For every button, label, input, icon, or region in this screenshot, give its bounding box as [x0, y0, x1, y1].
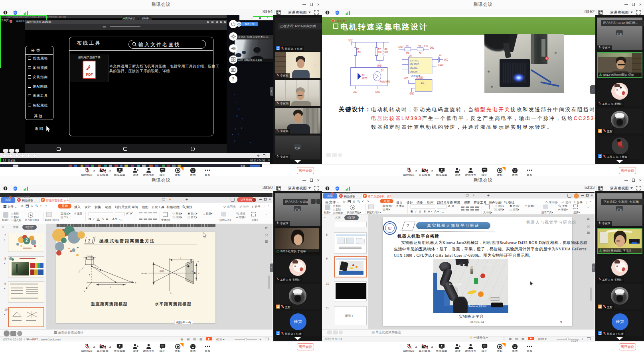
svg-text:R6: R6 — [357, 48, 359, 51]
svg-text:X: X — [170, 292, 172, 295]
svg-text:R7: R7 — [378, 48, 381, 51]
svg-text:1OUT VCC: 1OUT VCC — [410, 59, 419, 62]
svg-text:GND: GND — [375, 90, 380, 93]
svg-text:R8: R8 — [385, 48, 387, 51]
svg-text:LM393 D 8: LM393 D 8 — [411, 75, 420, 77]
svg-text:b: b — [198, 260, 199, 263]
svg-text:GND: GND — [377, 65, 381, 67]
svg-text:1IN+ 2IN-: 1IN+ 2IN- — [410, 67, 418, 70]
svg-text:GND: GND — [353, 90, 357, 93]
svg-text:U6: U6 — [409, 54, 411, 57]
svg-text:GND: GND — [430, 46, 434, 49]
svg-text:1IN- 2OUT: 1IN- 2OUT — [410, 63, 419, 66]
svg-text:(0,0): (0,0) — [160, 270, 164, 273]
svg-text:VCC: VCC — [348, 39, 353, 42]
svg-text:GND: GND — [410, 92, 414, 94]
svg-text:Photo NPN: Photo NPN — [379, 81, 389, 83]
svg-text:Width: Width — [141, 272, 147, 275]
svg-text:Y: Y — [135, 281, 137, 284]
svg-text:5K: 5K — [419, 52, 421, 55]
svg-text:10K: 10K — [378, 51, 382, 53]
svg-text:50K: 50K — [385, 51, 388, 53]
svg-text:y: y — [110, 286, 111, 288]
svg-text:D1: D1 — [362, 74, 365, 77]
svg-text:R10: R10 — [424, 45, 428, 47]
svg-text:R9: R9 — [406, 45, 408, 47]
svg-text:x: x — [89, 273, 90, 276]
svg-text:GND 2IN+: GND 2IN+ — [410, 71, 419, 73]
svg-text:P06: P06 — [418, 45, 421, 47]
svg-text:Q2: Q2 — [381, 69, 384, 72]
svg-text:C1: C1 — [439, 53, 441, 56]
svg-text:1.5K: 1.5K — [357, 51, 361, 53]
svg-text:Height: Height — [87, 256, 93, 258]
svg-text:0.1uF: 0.1uF — [439, 64, 444, 67]
svg-text:Y: Y — [198, 272, 200, 275]
svg-text:l: l — [180, 258, 181, 260]
svg-text:IOUT: IOUT — [398, 45, 403, 48]
svg-text:U: U — [79, 271, 81, 273]
svg-text:LED0: LED0 — [362, 77, 367, 80]
svg-text:VCC: VCC — [444, 58, 448, 61]
svg-text:VCC: VCC — [404, 77, 409, 80]
svg-text:x: x — [192, 270, 193, 272]
svg-text:P06: P06 — [421, 82, 424, 85]
svg-text:X: X — [83, 290, 85, 293]
